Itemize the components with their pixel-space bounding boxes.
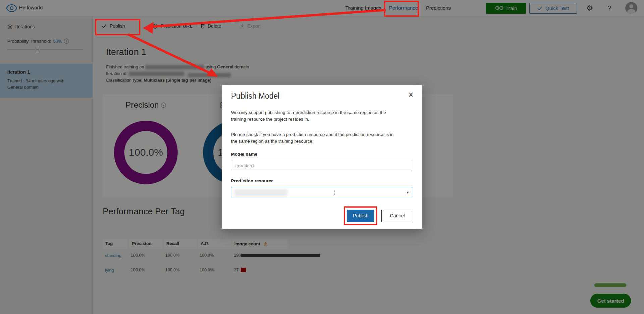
dialog-cancel-button[interactable]: Cancel xyxy=(381,210,413,222)
dialog-title: Publish Model xyxy=(231,91,279,101)
dialog-body-paragraph-2: Please check if you have a prediction re… xyxy=(231,131,400,145)
resource-name-tail: ) xyxy=(334,190,335,195)
chevron-down-icon: ▾ xyxy=(407,190,409,195)
dialog-publish-button[interactable]: Publish xyxy=(347,210,374,222)
model-name-label: Model name xyxy=(231,152,257,157)
prediction-resource-dropdown[interactable]: ) ▾ xyxy=(231,187,412,198)
redacted-resource-name xyxy=(234,189,288,196)
close-icon[interactable]: × xyxy=(408,90,413,99)
prediction-resource-label: Prediction resource xyxy=(231,178,274,183)
dialog-body-paragraph-1: We only support publishing to a predicti… xyxy=(231,109,400,123)
publish-model-dialog: Publish Model × We only support publishi… xyxy=(222,85,422,229)
model-name-input[interactable] xyxy=(231,161,412,171)
customvision-app: Helloworld Training Images Performance P… xyxy=(0,0,644,314)
